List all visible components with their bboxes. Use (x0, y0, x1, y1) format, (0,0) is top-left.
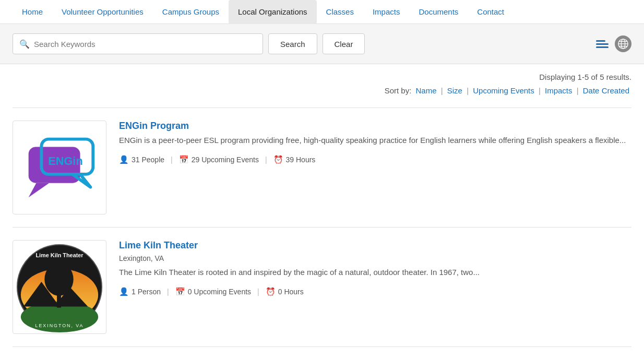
search-button[interactable]: Search (268, 33, 317, 54)
org-desc-engin: ENGin is a peer-to-peer ESL program prov… (119, 135, 631, 147)
nav-home[interactable]: Home (13, 0, 52, 24)
calendar-icon-limekiln: 📅 (175, 287, 185, 296)
nav-contact[interactable]: Contact (468, 0, 514, 24)
people-icon-limekiln: 👤 (119, 287, 129, 296)
org-desc-limekiln: The Lime Kiln Theater is rooted in and i… (119, 267, 631, 279)
sort-label: Sort by: (385, 86, 412, 95)
results-count: Displaying 1-5 of 5 results. (539, 73, 631, 81)
sort-bar: Sort by: Name | Size | Upcoming Events |… (13, 86, 631, 97)
clock-icon-engin: ⏰ (273, 155, 283, 164)
org-card-engin: ENGin ENGin Program ENGin is a peer-to-p… (13, 108, 631, 228)
people-icon-engin: 👤 (119, 155, 129, 164)
view-controls (596, 35, 631, 52)
sort-name[interactable]: Name (416, 86, 437, 95)
nav-impacts[interactable]: Impacts (363, 0, 410, 24)
org-location-limekiln: Lexington, VA (119, 254, 631, 262)
org-card-limekiln: Lime Kiln Theater LEXINGTON, VA Lime Kil… (13, 228, 631, 347)
org-name-limekiln[interactable]: Lime Kiln Theater (119, 240, 631, 251)
org-list: ENGin ENGin Program ENGin is a peer-to-p… (13, 107, 631, 347)
events-stat-limekiln: 📅 0 Upcoming Events (175, 287, 251, 296)
globe-icon[interactable] (615, 35, 631, 52)
people-stat-engin: 👤 31 People (119, 155, 164, 164)
svg-text:LEXINGTON, VA: LEXINGTON, VA (35, 323, 84, 328)
org-name-engin[interactable]: ENGin Program (119, 121, 631, 131)
clock-icon-limekiln: ⏰ (266, 287, 276, 296)
clear-button[interactable]: Clear (323, 33, 365, 54)
results-area: Displaying 1-5 of 5 results. Sort by: Na… (0, 64, 644, 347)
sort-impacts[interactable]: Impacts (545, 86, 573, 95)
nav-classes[interactable]: Classes (317, 0, 363, 24)
sort-date-created[interactable]: Date Created (583, 86, 629, 95)
svg-text:ENGin: ENGin (48, 154, 82, 167)
nav-campus-groups[interactable]: Campus Groups (153, 0, 229, 24)
events-stat-engin: 📅 29 Upcoming Events (179, 155, 259, 164)
nav-documents[interactable]: Documents (409, 0, 468, 24)
calendar-icon-engin: 📅 (179, 155, 189, 164)
org-stats-limekiln: 👤 1 Person | 📅 0 Upcoming Events | ⏰ 0 H… (119, 287, 631, 296)
org-info-engin: ENGin Program ENGin is a peer-to-peer ES… (119, 121, 631, 164)
search-wrapper: 🔍 (13, 33, 263, 54)
list-view-icon[interactable] (596, 40, 609, 48)
hours-stat-limekiln: ⏰ 0 Hours (266, 287, 304, 296)
sort-events[interactable]: Upcoming Events (473, 86, 534, 95)
nav-local-orgs[interactable]: Local Organizations (229, 0, 317, 24)
sort-size[interactable]: Size (447, 86, 462, 95)
hours-stat-engin: ⏰ 39 Hours (273, 155, 316, 164)
search-input[interactable] (34, 40, 256, 49)
org-stats-engin: 👤 31 People | 📅 29 Upcoming Events | ⏰ 3… (119, 155, 631, 164)
search-icon: 🔍 (19, 39, 30, 49)
svg-text:Lime Kiln Theater: Lime Kiln Theater (35, 252, 84, 258)
main-nav: Home Volunteer Opportunities Campus Grou… (0, 0, 644, 24)
org-logo-limekiln: Lime Kiln Theater LEXINGTON, VA (13, 240, 106, 334)
org-info-limekiln: Lime Kiln Theater Lexington, VA The Lime… (119, 240, 631, 296)
search-bar: 🔍 Search Clear (0, 24, 644, 64)
results-header: Displaying 1-5 of 5 results. (13, 73, 631, 82)
org-logo-engin: ENGin (13, 121, 106, 214)
people-stat-limekiln: 👤 1 Person (119, 287, 161, 296)
nav-volunteer[interactable]: Volunteer Opportunities (52, 0, 153, 24)
svg-marker-6 (29, 183, 50, 198)
